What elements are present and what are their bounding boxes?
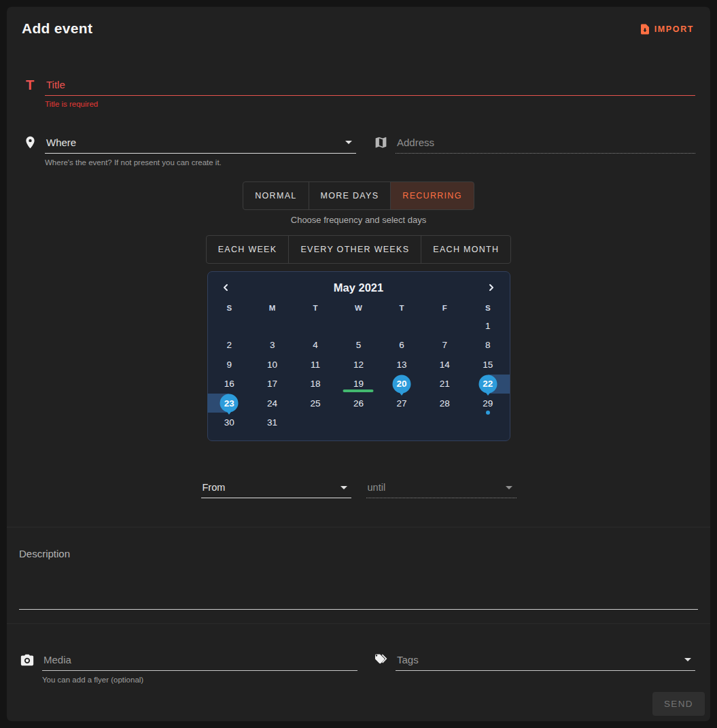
day-number: 14 [440,360,450,370]
address-input[interactable]: Address [396,133,695,154]
tab-more-days[interactable]: MORE DAYS [309,182,391,209]
calendar-day-28[interactable]: 28 [423,394,466,413]
calendar-day-25[interactable]: 25 [294,394,336,413]
description-input[interactable]: Description [19,545,698,610]
day-number: 21 [440,379,450,389]
tab-recurring[interactable]: RECURRING [391,182,473,209]
calendar-day-31[interactable]: 31 [251,413,294,433]
calendar-day-11[interactable]: 11 [294,355,336,375]
media-input[interactable]: Media [42,650,357,671]
calendar-day-empty [294,413,336,433]
calendar-day-3[interactable]: 3 [251,336,294,356]
day-number: 4 [313,340,318,350]
calendar-day-empty [251,316,294,336]
day-number: 10 [267,360,277,370]
freq-every-other-weeks-button[interactable]: EVERY OTHER WEEKS [289,236,421,263]
calendar-month-label: May 2021 [334,281,383,294]
calendar-header: May 2021 [208,278,510,297]
calendar-day-empty [337,316,380,336]
calendar-day-5[interactable]: 5 [337,336,380,356]
calendar-day-17[interactable]: 17 [251,375,294,394]
calendar-day-16[interactable]: 16 [208,375,251,394]
add-event-page: Add event IMPORT T Title Title is requir… [0,0,717,728]
title-text-icon: T [22,77,38,96]
calendar-day-18[interactable]: 18 [294,375,336,394]
calendar-next-button[interactable] [483,279,500,296]
title-field: T Title Title is required [22,75,695,108]
calendar-grid: 1234567891011121314151617181920212223242… [208,316,510,432]
calendar-day-26[interactable]: 26 [337,394,380,413]
tags-select[interactable]: Tags [396,650,695,671]
calendar-day-22[interactable]: 22 [466,375,509,394]
calendar-day-21[interactable]: 21 [423,375,466,394]
calendar-day-15[interactable]: 15 [466,355,509,375]
calendar-day-7[interactable]: 7 [423,336,466,356]
tab-normal[interactable]: NORMAL [243,182,309,209]
chevron-down-icon [345,141,352,144]
frequency-options: EACH WEEK EVERY OTHER WEEKS EACH MONTH [206,235,512,264]
from-select[interactable]: From [201,478,351,498]
calendar-day-19[interactable]: 19 [337,375,380,394]
chevron-right-icon [486,282,497,293]
send-button[interactable]: SEND [652,692,705,716]
until-select[interactable]: until [366,478,517,498]
add-event-panel: Add event IMPORT T Title Title is requir… [7,7,710,721]
title-error-text: Title is required [45,100,695,108]
calendar-day-9[interactable]: 9 [208,355,251,375]
calendar-day-14[interactable]: 14 [423,355,466,375]
day-number: 6 [399,340,404,350]
frequency-caption: Choose frequency and select days [15,215,702,225]
calendar-day-30[interactable]: 30 [208,413,251,433]
calendar-weekday-row: SMTWTFS [208,301,510,316]
day-number: 27 [396,398,406,409]
day-number: 22 [483,379,493,389]
camera-icon [19,652,35,671]
title-input[interactable]: Title [45,75,695,96]
day-number: 20 [396,379,406,389]
calendar-day-empty [294,316,336,336]
from-field: From [201,478,351,498]
calendar-weekday: T [294,301,336,316]
day-number: 11 [311,360,320,370]
time-row: From until [15,478,702,498]
header: Add event IMPORT [15,20,702,38]
day-number: 28 [440,398,450,409]
calendar-day-13[interactable]: 13 [380,355,423,375]
calendar-day-12[interactable]: 12 [337,355,380,375]
calendar-day-27[interactable]: 27 [380,394,423,413]
calendar-day-20[interactable]: 20 [380,375,423,394]
where-select[interactable]: Where [45,133,356,154]
calendar-day-23[interactable]: 23 [208,394,251,413]
calendar-day-4[interactable]: 4 [294,336,336,356]
day-number: 13 [396,360,406,370]
calendar-day-empty [208,316,251,336]
day-number: 18 [311,379,321,389]
event-type-tabs: NORMAL MORE DAYS RECURRING [243,181,474,210]
calendar-day-1[interactable]: 1 [466,316,509,336]
calendar-prev-button[interactable] [217,279,234,296]
chevron-left-icon [220,282,231,293]
day-number: 15 [483,360,493,370]
calendar-day-8[interactable]: 8 [466,336,509,356]
media-field: Media You can add a flyer (optional) [19,650,357,684]
media-tags-row: Media You can add a flyer (optional) Tag… [19,650,695,684]
address-field: Address [372,133,695,167]
calendar-day-empty [337,413,380,433]
import-button[interactable]: IMPORT [637,20,695,38]
media-helper-text: You can add a flyer (optional) [42,676,357,684]
day-number: 1 [485,321,491,331]
day-number: 16 [224,379,234,389]
day-number: 17 [267,379,277,389]
chevron-down-icon [340,486,347,489]
day-number: 2 [226,340,232,350]
calendar-day-2[interactable]: 2 [208,336,251,356]
calendar-day-24[interactable]: 24 [251,394,294,413]
calendar-weekday: S [208,301,251,316]
freq-each-week-button[interactable]: EACH WEEK [207,236,290,263]
calendar-day-29[interactable]: 29 [466,394,509,413]
calendar-day-10[interactable]: 10 [251,355,294,375]
calendar-day-6[interactable]: 6 [380,336,423,356]
day-number: 25 [311,398,321,409]
tags-icon [372,652,389,671]
freq-each-month-button[interactable]: EACH MONTH [421,236,510,263]
